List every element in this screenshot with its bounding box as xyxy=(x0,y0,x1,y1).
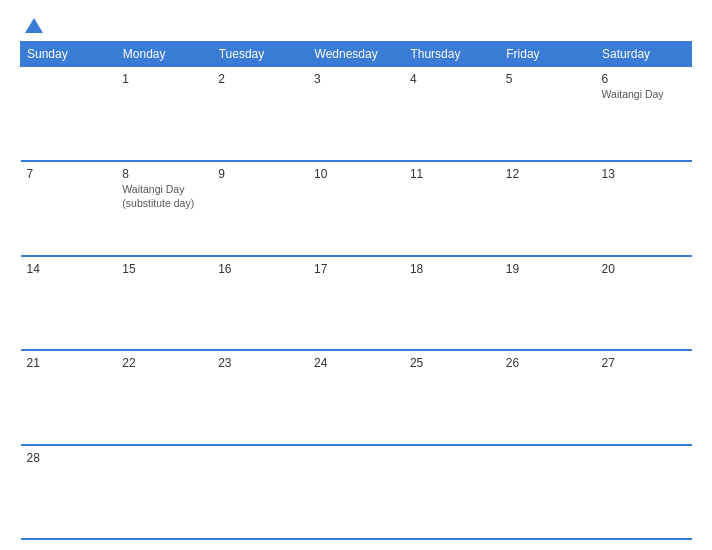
day-header-sunday: Sunday xyxy=(21,42,117,67)
calendar-cell: 8Waitangi Day(substitute day) xyxy=(116,161,212,256)
day-number: 14 xyxy=(27,262,111,276)
day-number: 6 xyxy=(602,72,686,86)
day-header-wednesday: Wednesday xyxy=(308,42,404,67)
calendar-cell: 2 xyxy=(212,67,308,162)
header xyxy=(20,18,692,33)
calendar-cell: 26 xyxy=(500,350,596,445)
calendar-table: SundayMondayTuesdayWednesdayThursdayFrid… xyxy=(20,41,692,540)
calendar-cell: 5 xyxy=(500,67,596,162)
calendar-cell: 25 xyxy=(404,350,500,445)
calendar-cell: 13 xyxy=(596,161,692,256)
calendar-cell: 14 xyxy=(21,256,117,351)
calendar-body: 123456Waitangi Day78Waitangi Day(substit… xyxy=(21,67,692,540)
calendar-cell: 17 xyxy=(308,256,404,351)
calendar-cell: 19 xyxy=(500,256,596,351)
calendar-cell xyxy=(21,67,117,162)
calendar-cell: 22 xyxy=(116,350,212,445)
calendar-cell xyxy=(596,445,692,540)
day-number: 3 xyxy=(314,72,398,86)
day-number: 11 xyxy=(410,167,494,181)
calendar-cell: 4 xyxy=(404,67,500,162)
day-number: 22 xyxy=(122,356,206,370)
day-header-monday: Monday xyxy=(116,42,212,67)
week-row-1: 78Waitangi Day(substitute day)910111213 xyxy=(21,161,692,256)
day-number: 25 xyxy=(410,356,494,370)
week-row-3: 21222324252627 xyxy=(21,350,692,445)
calendar-cell xyxy=(308,445,404,540)
calendar-cell: 7 xyxy=(21,161,117,256)
calendar-cell: 16 xyxy=(212,256,308,351)
day-header-saturday: Saturday xyxy=(596,42,692,67)
calendar-cell: 10 xyxy=(308,161,404,256)
day-number: 27 xyxy=(602,356,686,370)
day-number: 9 xyxy=(218,167,302,181)
day-number: 17 xyxy=(314,262,398,276)
calendar-cell: 18 xyxy=(404,256,500,351)
calendar-page: SundayMondayTuesdayWednesdayThursdayFrid… xyxy=(0,0,712,550)
calendar-cell xyxy=(404,445,500,540)
calendar-cell: 20 xyxy=(596,256,692,351)
week-row-0: 123456Waitangi Day xyxy=(21,67,692,162)
calendar-cell: 24 xyxy=(308,350,404,445)
day-number: 19 xyxy=(506,262,590,276)
logo xyxy=(20,18,46,33)
day-number: 1 xyxy=(122,72,206,86)
day-number: 20 xyxy=(602,262,686,276)
calendar-cell: 12 xyxy=(500,161,596,256)
day-number: 12 xyxy=(506,167,590,181)
days-header-row: SundayMondayTuesdayWednesdayThursdayFrid… xyxy=(21,42,692,67)
day-number: 8 xyxy=(122,167,206,181)
calendar-cell: 27 xyxy=(596,350,692,445)
day-number: 26 xyxy=(506,356,590,370)
calendar-cell xyxy=(500,445,596,540)
day-number: 5 xyxy=(506,72,590,86)
calendar-cell: 15 xyxy=(116,256,212,351)
day-header-tuesday: Tuesday xyxy=(212,42,308,67)
day-number: 18 xyxy=(410,262,494,276)
day-number: 2 xyxy=(218,72,302,86)
calendar-cell: 3 xyxy=(308,67,404,162)
calendar-cell: 23 xyxy=(212,350,308,445)
logo-triangle-icon xyxy=(25,18,43,33)
day-number: 15 xyxy=(122,262,206,276)
week-row-4: 28 xyxy=(21,445,692,540)
calendar-cell: 21 xyxy=(21,350,117,445)
day-number: 21 xyxy=(27,356,111,370)
day-number: 28 xyxy=(27,451,111,465)
calendar-cell: 11 xyxy=(404,161,500,256)
holiday-label: Waitangi Day xyxy=(602,88,686,102)
calendar-cell: 6Waitangi Day xyxy=(596,67,692,162)
calendar-cell: 28 xyxy=(21,445,117,540)
day-number: 10 xyxy=(314,167,398,181)
day-number: 16 xyxy=(218,262,302,276)
calendar-cell: 9 xyxy=(212,161,308,256)
day-number: 13 xyxy=(602,167,686,181)
day-header-friday: Friday xyxy=(500,42,596,67)
calendar-cell xyxy=(116,445,212,540)
week-row-2: 14151617181920 xyxy=(21,256,692,351)
calendar-cell: 1 xyxy=(116,67,212,162)
calendar-cell xyxy=(212,445,308,540)
day-number: 24 xyxy=(314,356,398,370)
day-number: 7 xyxy=(27,167,111,181)
day-number: 4 xyxy=(410,72,494,86)
day-header-thursday: Thursday xyxy=(404,42,500,67)
day-number: 23 xyxy=(218,356,302,370)
holiday-label: Waitangi Day(substitute day) xyxy=(122,183,206,210)
